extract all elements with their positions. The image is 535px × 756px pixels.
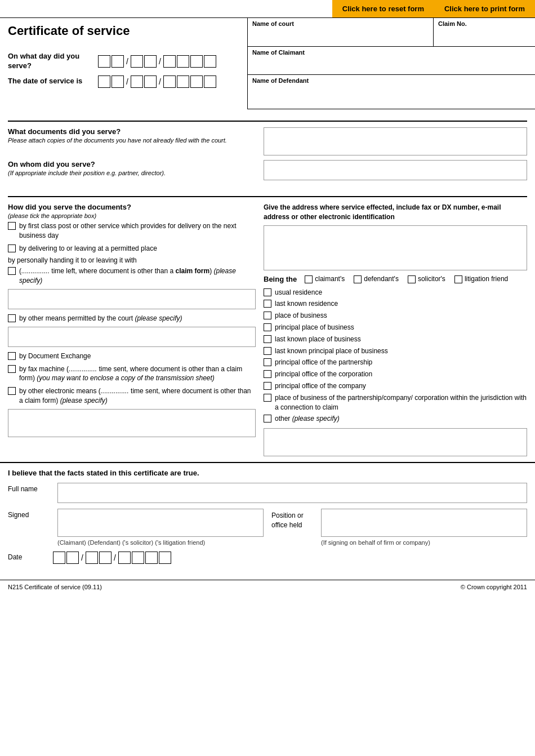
header-area: Certificate of service On what day did y…: [0, 17, 535, 109]
addr-checkbox-usual[interactable]: [264, 288, 271, 296]
smonth-box-1[interactable]: [131, 75, 143, 88]
claim-no-cell: Claim No.: [434, 18, 535, 46]
syear-box-3[interactable]: [190, 75, 203, 88]
addr-checkbox-principal-partnership[interactable]: [264, 358, 271, 366]
court-name-input[interactable]: [252, 28, 429, 36]
claimant-input[interactable]: [252, 57, 530, 65]
claim-no-input[interactable]: [438, 28, 530, 36]
signed-input[interactable]: [57, 509, 264, 537]
being-the-row: Being the claimant's defendant's solicit…: [264, 275, 527, 283]
addr-opt-business: place of business: [264, 311, 527, 321]
serve-option-5-text: by Document Exchange: [19, 352, 91, 361]
cyear-box-1[interactable]: [118, 552, 131, 564]
addr-checkbox-place-biz-partnership[interactable]: [264, 394, 271, 402]
sdate-sep-2: /: [159, 77, 161, 86]
addr-other-specify[interactable]: [264, 428, 527, 456]
cyear-box-4[interactable]: [159, 552, 171, 564]
cyear-box-2[interactable]: [132, 552, 144, 564]
year-box-3[interactable]: [190, 55, 203, 68]
serve-option-5: by Document Exchange: [8, 352, 256, 361]
cmonth-box-1[interactable]: [86, 552, 98, 564]
serve-option-4-specify[interactable]: [8, 327, 256, 347]
defendant-cell: Name of Defendant: [248, 75, 535, 109]
addr-checkbox-business[interactable]: [264, 312, 271, 319]
syear-box-2[interactable]: [177, 75, 189, 88]
being-checkbox-defendant[interactable]: [354, 275, 362, 283]
addr-checkbox-principal-company[interactable]: [264, 382, 271, 390]
checkbox-4[interactable]: [8, 314, 16, 322]
how-serve-sub: (please tick the appropriate box): [8, 212, 256, 219]
checkbox-3[interactable]: [8, 267, 16, 275]
claim-no-label: Claim No.: [438, 20, 530, 27]
addr-opt-principal-corp: principal office of the corporation: [264, 370, 527, 379]
documents-input-box[interactable]: [264, 127, 527, 155]
address-input-box[interactable]: [264, 225, 527, 270]
position-block: Position or office held: [271, 509, 527, 537]
syear-box-4[interactable]: [204, 75, 216, 88]
on-whom-left: On whom did you serve? (If appropriate i…: [8, 160, 256, 180]
sday-box-1[interactable]: [98, 75, 110, 88]
documents-question-sub: Please attach copies of the documents yo…: [8, 137, 256, 144]
cday-box-1[interactable]: [53, 552, 65, 564]
checkbox-6[interactable]: [8, 365, 16, 373]
year-box-1[interactable]: [163, 55, 176, 68]
addr-checkbox-lastknown-biz[interactable]: [264, 335, 271, 343]
addr-principal-corp-label: principal office of the corporation: [275, 370, 372, 379]
serve-option-1-text: by first class post or other service whi…: [19, 221, 256, 241]
syear-box-1[interactable]: [163, 75, 176, 88]
being-checkbox-litigation[interactable]: [454, 275, 462, 283]
month-box-1[interactable]: [131, 55, 143, 68]
defendant-input[interactable]: [252, 85, 530, 93]
serve-option-3-specify[interactable]: [8, 289, 256, 309]
documents-question-label: What documents did you serve?: [8, 127, 256, 136]
being-litigation: litigation friend: [454, 275, 508, 283]
addr-checkbox-other[interactable]: [264, 415, 271, 423]
serve-date-input: / /: [98, 55, 216, 68]
year-box-4[interactable]: [204, 55, 216, 68]
addr-opt-principal-partnership: principal office of the partnership: [264, 358, 527, 367]
sdate-sep-1: /: [126, 77, 128, 86]
day-box-2[interactable]: [112, 55, 124, 68]
form-title: Certificate of service: [8, 24, 239, 38]
serve-date-label: On what day did you serve?: [8, 52, 98, 71]
smonth-box-2[interactable]: [144, 75, 157, 88]
being-solicitor-label: solicitor's: [418, 275, 445, 283]
cday-box-2[interactable]: [66, 552, 79, 564]
on-whom-sub: (If appropriate include their position e…: [8, 170, 256, 176]
serve-option-3-check: by personally handing it to or leaving i…: [8, 256, 137, 264]
checkbox-7[interactable]: [8, 387, 16, 395]
full-name-input[interactable]: [57, 483, 527, 503]
cmonth-box-2[interactable]: [99, 552, 112, 564]
copyright: © Crown copyright 2011: [461, 584, 527, 590]
addr-lastknown-biz-label: last known place of business: [275, 335, 361, 344]
print-button[interactable]: Click here to print form: [434, 0, 535, 17]
addr-checkbox-lastknown[interactable]: [264, 300, 271, 308]
signed-label: Signed: [8, 509, 53, 519]
addr-checkbox-principal[interactable]: [264, 323, 271, 331]
being-the-label: Being the: [264, 275, 297, 283]
being-checkbox-claimant[interactable]: [305, 275, 313, 283]
how-serve-label: How did you serve the documents?: [8, 203, 256, 211]
checkbox-2[interactable]: [8, 244, 16, 252]
addr-checkbox-lastknown-principal[interactable]: [264, 347, 271, 355]
reset-button[interactable]: Click here to reset form: [332, 0, 434, 17]
cyear-box-3[interactable]: [145, 552, 158, 564]
month-box-2[interactable]: [144, 55, 157, 68]
year-box-2[interactable]: [177, 55, 189, 68]
addr-principal-partnership-label: principal office of the partnership: [275, 358, 372, 367]
serve-option-6-text: by fax machine (............... time sen…: [19, 364, 256, 384]
checkbox-1[interactable]: [8, 222, 16, 230]
on-whom-input-box[interactable]: [264, 160, 527, 180]
addr-checkbox-principal-corp[interactable]: [264, 370, 271, 378]
address-options-list: usual residence last known residence pla…: [264, 288, 527, 457]
date-section: On what day did you serve? / / The date …: [8, 41, 256, 88]
serve-option-3-main: (............... time left, where docume…: [8, 266, 256, 286]
day-box-1[interactable]: [98, 55, 110, 68]
serve-option-7-specify[interactable]: [8, 409, 256, 437]
position-input[interactable]: [321, 509, 527, 537]
sday-box-2[interactable]: [112, 75, 124, 88]
being-checkbox-solicitor[interactable]: [408, 275, 416, 283]
full-name-label: Full name: [8, 483, 53, 493]
documents-row: What documents did you serve? Please att…: [8, 127, 527, 155]
checkbox-5[interactable]: [8, 352, 16, 360]
